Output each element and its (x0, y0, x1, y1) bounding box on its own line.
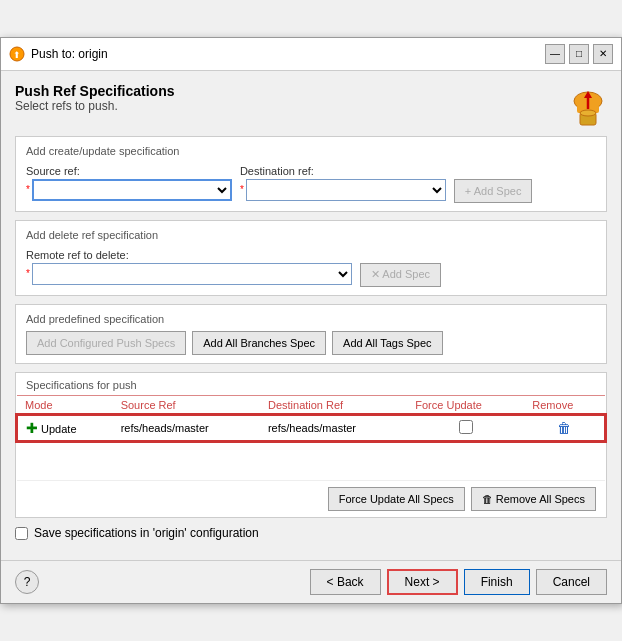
save-config-checkbox[interactable] (15, 527, 28, 540)
next-button[interactable]: Next > (387, 569, 458, 595)
specs-actions-row: Force Update All Specs 🗑 Remove All Spec… (16, 481, 606, 517)
cancel-button[interactable]: Cancel (536, 569, 607, 595)
window-controls: — □ ✕ (545, 44, 613, 64)
add-all-tags-spec-button[interactable]: Add All Tags Spec (332, 331, 442, 355)
cell-dest-ref: refs/heads/master (260, 415, 407, 441)
create-update-label: Add create/update specification (26, 145, 596, 157)
add-all-branches-spec-button[interactable]: Add All Branches Spec (192, 331, 326, 355)
remote-required-star: * (26, 268, 30, 279)
header-text: Push Ref Specifications Select refs to p… (15, 83, 174, 123)
col-force-update: Force Update (407, 395, 524, 415)
specs-table-header-row: Mode Source Ref Destination Ref Force Up… (17, 395, 605, 415)
cell-force-update (407, 415, 524, 441)
empty-cell (17, 441, 605, 481)
source-ref-label: Source ref: (26, 165, 232, 177)
specs-label: Specifications for push (16, 373, 606, 395)
source-ref-group: Source ref: * (26, 165, 232, 201)
back-button[interactable]: < Back (310, 569, 381, 595)
cell-mode: Update (41, 423, 76, 435)
dest-ref-select[interactable] (246, 179, 446, 201)
svg-text:⬆: ⬆ (13, 50, 21, 60)
main-window: ⬆ Push to: origin — □ ✕ Push Ref Specifi… (0, 37, 622, 605)
dest-ref-label: Destination ref: (240, 165, 446, 177)
plus-icon: ✚ (26, 420, 38, 436)
remove-all-specs-button[interactable]: 🗑 Remove All Specs (471, 487, 596, 511)
content-area: Push Ref Specifications Select refs to p… (1, 71, 621, 561)
dest-ref-group: Destination ref: * (240, 165, 446, 201)
create-update-form-row: Source ref: * Destination ref: * + Add S… (26, 163, 596, 203)
table-row: ✚ Update refs/heads/master refs/heads/ma… (17, 415, 605, 441)
source-ref-select[interactable] (32, 179, 232, 201)
col-dest-ref: Destination Ref (260, 395, 407, 415)
dest-required-star: * (240, 184, 244, 195)
svg-point-5 (580, 110, 596, 116)
close-button[interactable]: ✕ (593, 44, 613, 64)
save-config-row: Save specifications in 'origin' configur… (15, 526, 607, 540)
specs-for-push-section: Specifications for push Mode Source Ref … (15, 372, 607, 519)
col-source-ref: Source Ref (113, 395, 260, 415)
specs-empty-row (17, 441, 605, 481)
remove-row-button[interactable]: 🗑 (553, 420, 575, 436)
cell-source-ref: refs/heads/master (113, 415, 260, 441)
window-title: Push to: origin (31, 47, 108, 61)
delete-ref-label: Add delete ref specification (26, 229, 596, 241)
push-cloud-icon (569, 83, 607, 132)
predefined-section: Add predefined specification Add Configu… (15, 304, 607, 364)
col-mode: Mode (17, 395, 113, 415)
cell-add-icon: ✚ Update (17, 415, 113, 441)
delete-ref-form-row: Remote ref to delete: * ✕ Add Spec (26, 247, 596, 287)
maximize-button[interactable]: □ (569, 44, 589, 64)
specs-table-head: Mode Source Ref Destination Ref Force Up… (17, 395, 605, 415)
delete-ref-section: Add delete ref specification Remote ref … (15, 220, 607, 296)
source-required-star: * (26, 184, 30, 195)
page-subtitle: Select refs to push. (15, 99, 174, 113)
finish-button[interactable]: Finish (464, 569, 530, 595)
delete-add-spec-button[interactable]: ✕ Add Spec (360, 263, 441, 287)
title-bar-left: ⬆ Push to: origin (9, 46, 108, 62)
title-bar: ⬆ Push to: origin — □ ✕ (1, 38, 621, 71)
footer-nav-buttons: < Back Next > Finish Cancel (310, 569, 607, 595)
remote-ref-group: Remote ref to delete: * (26, 249, 352, 285)
add-configured-push-specs-button[interactable]: Add Configured Push Specs (26, 331, 186, 355)
page-title: Push Ref Specifications (15, 83, 174, 99)
force-update-checkbox[interactable] (459, 420, 473, 434)
remote-ref-select[interactable] (32, 263, 352, 285)
specs-table: Mode Source Ref Destination Ref Force Up… (16, 395, 606, 482)
save-config-label: Save specifications in 'origin' configur… (34, 526, 259, 540)
minimize-button[interactable]: — (545, 44, 565, 64)
specs-table-body: ✚ Update refs/heads/master refs/heads/ma… (17, 415, 605, 481)
predefined-label: Add predefined specification (26, 313, 596, 325)
remote-ref-label: Remote ref to delete: (26, 249, 352, 261)
force-update-all-specs-button[interactable]: Force Update All Specs (328, 487, 465, 511)
cell-remove: 🗑 (524, 415, 605, 441)
col-remove: Remove (524, 395, 605, 415)
footer-buttons: ? < Back Next > Finish Cancel (1, 560, 621, 603)
predefined-buttons-row: Add Configured Push Specs Add All Branch… (26, 331, 596, 355)
page-header: Push Ref Specifications Select refs to p… (15, 83, 607, 132)
create-update-section: Add create/update specification Source r… (15, 136, 607, 212)
window-icon: ⬆ (9, 46, 25, 62)
help-button[interactable]: ? (15, 570, 39, 594)
add-spec-button[interactable]: + Add Spec (454, 179, 533, 203)
